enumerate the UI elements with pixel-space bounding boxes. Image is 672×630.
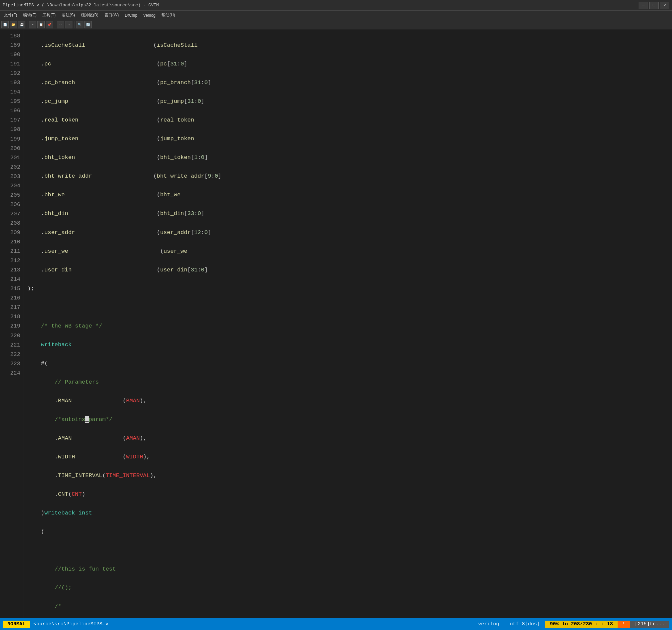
code-line-214: ( [27,527,668,537]
code-line-193: .jump_token (jump_token [27,134,668,144]
code-line-218: /* [27,602,668,611]
code-line-189: .pc (pc[31:0] [27,60,668,69]
code-line-217: //(); [27,583,668,592]
editor-area[interactable]: 188 189 190 191 192 193 194 195 196 197 … [0,29,672,618]
code-line-212: .CNT(CNT) [27,490,668,499]
menu-edit[interactable]: 编辑(E) [20,12,39,19]
toolbar-find[interactable]: 🔍 [76,21,83,28]
toolbar-sep1 [27,21,27,28]
code-line-207: .BMAN (BMAN), [27,396,668,406]
code-line-192: .real_token (real_token [27,116,668,125]
position-info: 90% ln 208/230 : : 18 [545,621,618,628]
extra-info: ! [618,621,630,628]
code-line-216: //this is fun test [27,564,668,574]
code-line-201: ); [27,284,668,294]
code-line-188: .isCacheStall (isCacheStall [27,41,668,50]
code-line-204: writeback [27,340,668,350]
code-line-206: // Parameters [27,378,668,387]
menu-syntax[interactable]: 语法(S) [59,12,78,19]
code-line-198: .user_addr (user_addr[12:0] [27,228,668,237]
menu-buffer[interactable]: 缓冲区(B) [78,12,101,19]
toolbar-undo[interactable]: ↩ [57,21,64,28]
code-line-199: .user_we (user_we [27,247,668,256]
code-line-197: .bht_din (bht_din[33:0] [27,209,668,218]
search-info: [215]tr... [630,621,669,628]
title-text: PipelineMIPS.v (~\Downloads\mips32_lates… [3,3,159,8]
code-line-205: #( [27,359,668,368]
code-line-213: )writeback_inst [27,509,668,518]
encoding: utf-8[dos] [504,621,545,627]
code-line-203: /* the WB stage */ [27,322,668,331]
code-line-191: .pc_jump (pc_jump[31:0] [27,97,668,106]
code-line-200: .user_din (user_din[31:0] [27,265,668,275]
code-line-215 [27,546,668,555]
code-container: 188 189 190 191 192 193 194 195 196 197 … [0,29,672,618]
filepath: <ource\src\PipelineMIPS.v [33,621,473,627]
code-content[interactable]: .isCacheStall (isCacheStall .pc (pc[31:0… [23,29,672,618]
toolbar: 📄 📂 💾 ✂ 📋 📌 ↩ ↪ 🔍 🔄 [0,20,672,29]
status-bar: NORMAL <ource\src\PipelineMIPS.v verilog… [0,618,672,630]
code-line-210: .WIDTH (WIDTH), [27,452,668,462]
menu-tools[interactable]: 工具(T) [40,12,58,19]
filetype: verilog [473,621,504,627]
toolbar-sep3 [74,21,74,28]
close-button[interactable]: ✕ [660,2,669,9]
menu-drchip[interactable]: DrChip [122,13,140,18]
code-line-196: .bht_we (bht_we [27,190,668,200]
code-line-209: .AMAN (AMAN), [27,434,668,443]
toolbar-redo[interactable]: ↪ [65,21,72,28]
toolbar-copy[interactable]: 📋 [38,21,45,28]
toolbar-open[interactable]: 📂 [10,21,17,28]
menu-verilog[interactable]: Verilog [141,13,158,18]
menu-bar: 文件(F) 编辑(E) 工具(T) 语法(S) 缓冲区(B) 窗口(W) DrC… [0,11,672,20]
maximize-button[interactable]: □ [649,2,659,9]
code-line-208: /*autoins_param*/ [27,415,668,424]
code-line-195: .bht_write_addr (bht_write_addr[9:0] [27,171,668,181]
menu-help[interactable]: 帮助(H) [159,12,178,19]
code-line-202 [27,303,668,312]
code-line-190: .pc_branch (pc_branch[31:0] [27,78,668,88]
code-line-211: .TIME_INTERVAL(TIME_INTERVAL), [27,471,668,481]
toolbar-replace[interactable]: 🔄 [85,21,92,28]
line-numbers: 188 189 190 191 192 193 194 195 196 197 … [0,29,23,618]
app-window: PipelineMIPS.v (~\Downloads\mips32_lates… [0,0,672,630]
toolbar-new[interactable]: 📄 [1,21,9,28]
code-line-194: .bht_token (bht_token[1:0] [27,153,668,162]
toolbar-cut[interactable]: ✂ [29,21,37,28]
toolbar-save[interactable]: 💾 [18,21,25,28]
toolbar-sep2 [55,21,55,28]
title-bar: PipelineMIPS.v (~\Downloads\mips32_lates… [0,0,672,11]
menu-window[interactable]: 窗口(W) [102,12,121,19]
menu-file[interactable]: 文件(F) [1,12,20,19]
minimize-button[interactable]: ─ [639,2,648,9]
window-controls: ─ □ ✕ [639,2,669,9]
toolbar-paste[interactable]: 📌 [46,21,53,28]
mode-badge: NORMAL [3,621,30,628]
